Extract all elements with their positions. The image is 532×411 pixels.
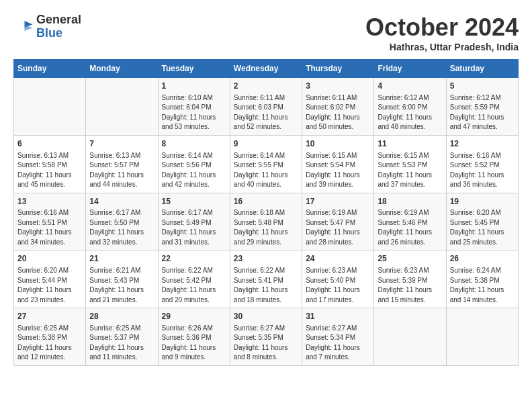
- calendar-cell: [374, 308, 446, 366]
- title-block: October 2024 Hathras, Uttar Pradesh, Ind…: [365, 13, 519, 52]
- column-header-friday: Friday: [374, 60, 446, 78]
- cell-info: Sunrise: 6:24 AMSunset: 5:38 PMDaylight:…: [450, 266, 515, 305]
- calendar-cell: 26Sunrise: 6:24 AMSunset: 5:38 PMDayligh…: [446, 250, 518, 308]
- calendar-cell: 6Sunrise: 6:13 AMSunset: 5:58 PMDaylight…: [14, 135, 86, 193]
- column-header-tuesday: Tuesday: [158, 60, 230, 78]
- calendar-cell: 22Sunrise: 6:22 AMSunset: 5:42 PMDayligh…: [158, 250, 230, 308]
- day-number: 1: [162, 81, 226, 92]
- column-header-thursday: Thursday: [302, 60, 374, 78]
- cell-info: Sunrise: 6:17 AMSunset: 5:49 PMDaylight:…: [162, 208, 226, 247]
- day-number: 30: [234, 311, 298, 322]
- calendar-cell: 16Sunrise: 6:18 AMSunset: 5:48 PMDayligh…: [230, 193, 302, 250]
- cell-info: Sunrise: 6:11 AMSunset: 6:02 PMDaylight:…: [306, 93, 370, 132]
- day-number: 25: [378, 253, 442, 265]
- day-number: 14: [89, 196, 154, 208]
- day-number: 28: [89, 311, 154, 322]
- day-number: 9: [234, 138, 298, 150]
- cell-info: Sunrise: 6:27 AMSunset: 5:34 PMDaylight:…: [306, 324, 370, 363]
- calendar-cell: 4Sunrise: 6:12 AMSunset: 6:00 PMDaylight…: [374, 78, 446, 136]
- cell-info: Sunrise: 6:12 AMSunset: 5:59 PMDaylight:…: [450, 93, 515, 132]
- day-number: 26: [450, 253, 515, 265]
- calendar-cell: 29Sunrise: 6:26 AMSunset: 5:36 PMDayligh…: [158, 308, 230, 366]
- column-header-monday: Monday: [86, 60, 158, 78]
- calendar-cell: 12Sunrise: 6:16 AMSunset: 5:52 PMDayligh…: [446, 135, 518, 193]
- location-text: Hathras, Uttar Pradesh, India: [365, 42, 519, 52]
- day-number: 4: [378, 81, 442, 92]
- day-number: 6: [17, 138, 82, 150]
- calendar-cell: 20Sunrise: 6:20 AMSunset: 5:44 PMDayligh…: [14, 250, 86, 308]
- cell-info: Sunrise: 6:17 AMSunset: 5:50 PMDaylight:…: [89, 208, 154, 247]
- calendar-cell: 13Sunrise: 6:16 AMSunset: 5:51 PMDayligh…: [14, 193, 86, 250]
- calendar-cell: 15Sunrise: 6:17 AMSunset: 5:49 PMDayligh…: [158, 193, 230, 250]
- cell-info: Sunrise: 6:12 AMSunset: 6:00 PMDaylight:…: [378, 93, 442, 132]
- day-number: 29: [162, 311, 226, 322]
- cell-info: Sunrise: 6:14 AMSunset: 5:56 PMDaylight:…: [162, 151, 226, 190]
- calendar-cell: 24Sunrise: 6:23 AMSunset: 5:40 PMDayligh…: [302, 250, 374, 308]
- cell-info: Sunrise: 6:13 AMSunset: 5:58 PMDaylight:…: [17, 151, 82, 190]
- day-number: 11: [378, 138, 442, 150]
- cell-info: Sunrise: 6:18 AMSunset: 5:48 PMDaylight:…: [234, 208, 298, 247]
- calendar-cell: 14Sunrise: 6:17 AMSunset: 5:50 PMDayligh…: [86, 193, 158, 250]
- day-number: 8: [162, 138, 226, 150]
- calendar-cell: [86, 78, 158, 136]
- cell-info: Sunrise: 6:21 AMSunset: 5:43 PMDaylight:…: [89, 266, 154, 305]
- day-number: 19: [450, 196, 515, 208]
- calendar-table: SundayMondayTuesdayWednesdayThursdayFrid…: [13, 59, 519, 366]
- column-header-sunday: Sunday: [14, 60, 86, 78]
- header-row: SundayMondayTuesdayWednesdayThursdayFrid…: [14, 60, 519, 78]
- logo-icon: [13, 17, 34, 37]
- day-number: 7: [89, 138, 154, 150]
- day-number: 22: [162, 253, 226, 265]
- logo-general-text: General: [36, 13, 81, 26]
- calendar-cell: 9Sunrise: 6:14 AMSunset: 5:55 PMDaylight…: [230, 135, 302, 193]
- week-row-3: 13Sunrise: 6:16 AMSunset: 5:51 PMDayligh…: [14, 193, 519, 250]
- cell-info: Sunrise: 6:16 AMSunset: 5:51 PMDaylight:…: [17, 208, 82, 247]
- day-number: 23: [234, 253, 298, 265]
- calendar-cell: 30Sunrise: 6:27 AMSunset: 5:35 PMDayligh…: [230, 308, 302, 366]
- week-row-2: 6Sunrise: 6:13 AMSunset: 5:58 PMDaylight…: [14, 135, 519, 193]
- day-number: 18: [378, 196, 442, 208]
- calendar-cell: 27Sunrise: 6:25 AMSunset: 5:38 PMDayligh…: [14, 308, 86, 366]
- cell-info: Sunrise: 6:22 AMSunset: 5:42 PMDaylight:…: [162, 266, 226, 305]
- calendar-cell: 8Sunrise: 6:14 AMSunset: 5:56 PMDaylight…: [158, 135, 230, 193]
- svg-rect-0: [13, 17, 34, 37]
- day-number: 10: [306, 138, 370, 150]
- week-row-1: 1Sunrise: 6:10 AMSunset: 6:04 PMDaylight…: [14, 78, 519, 136]
- calendar-cell: 7Sunrise: 6:13 AMSunset: 5:57 PMDaylight…: [86, 135, 158, 193]
- cell-info: Sunrise: 6:19 AMSunset: 5:47 PMDaylight:…: [306, 208, 370, 247]
- day-number: 5: [450, 81, 515, 92]
- calendar-cell: 17Sunrise: 6:19 AMSunset: 5:47 PMDayligh…: [302, 193, 374, 250]
- calendar-cell: [446, 308, 518, 366]
- logo-blue-text: Blue: [36, 26, 62, 40]
- day-number: 13: [17, 196, 82, 208]
- cell-info: Sunrise: 6:15 AMSunset: 5:53 PMDaylight:…: [378, 151, 442, 190]
- calendar-cell: 31Sunrise: 6:27 AMSunset: 5:34 PMDayligh…: [302, 308, 374, 366]
- cell-info: Sunrise: 6:23 AMSunset: 5:40 PMDaylight:…: [306, 266, 370, 305]
- calendar-cell: 3Sunrise: 6:11 AMSunset: 6:02 PMDaylight…: [302, 78, 374, 136]
- column-header-wednesday: Wednesday: [230, 60, 302, 78]
- cell-info: Sunrise: 6:23 AMSunset: 5:39 PMDaylight:…: [378, 266, 442, 305]
- logo: General Blue: [13, 13, 81, 40]
- week-row-4: 20Sunrise: 6:20 AMSunset: 5:44 PMDayligh…: [14, 250, 519, 308]
- week-row-5: 27Sunrise: 6:25 AMSunset: 5:38 PMDayligh…: [14, 308, 519, 366]
- month-title: October 2024: [365, 13, 519, 42]
- calendar-cell: [14, 78, 86, 136]
- calendar-cell: 28Sunrise: 6:25 AMSunset: 5:37 PMDayligh…: [86, 308, 158, 366]
- calendar-cell: 1Sunrise: 6:10 AMSunset: 6:04 PMDaylight…: [158, 78, 230, 136]
- cell-info: Sunrise: 6:20 AMSunset: 5:45 PMDaylight:…: [450, 208, 515, 247]
- calendar-cell: 2Sunrise: 6:11 AMSunset: 6:03 PMDaylight…: [230, 78, 302, 136]
- cell-info: Sunrise: 6:27 AMSunset: 5:35 PMDaylight:…: [234, 324, 298, 363]
- calendar-cell: 25Sunrise: 6:23 AMSunset: 5:39 PMDayligh…: [374, 250, 446, 308]
- cell-info: Sunrise: 6:25 AMSunset: 5:38 PMDaylight:…: [17, 324, 82, 363]
- logo-text: General Blue: [36, 13, 81, 40]
- day-number: 31: [306, 311, 370, 322]
- day-number: 27: [17, 311, 82, 322]
- day-number: 15: [162, 196, 226, 208]
- calendar-cell: 5Sunrise: 6:12 AMSunset: 5:59 PMDaylight…: [446, 78, 518, 136]
- calendar-cell: 11Sunrise: 6:15 AMSunset: 5:53 PMDayligh…: [374, 135, 446, 193]
- calendar-cell: 18Sunrise: 6:19 AMSunset: 5:46 PMDayligh…: [374, 193, 446, 250]
- cell-info: Sunrise: 6:22 AMSunset: 5:41 PMDaylight:…: [234, 266, 298, 305]
- day-number: 12: [450, 138, 515, 150]
- cell-info: Sunrise: 6:26 AMSunset: 5:36 PMDaylight:…: [162, 324, 226, 363]
- column-header-saturday: Saturday: [446, 60, 518, 78]
